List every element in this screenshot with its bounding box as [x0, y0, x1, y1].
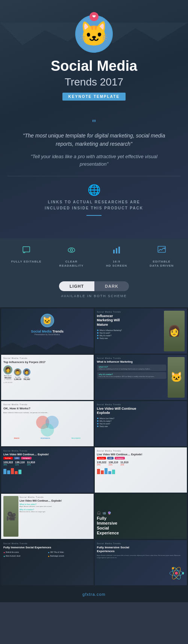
slide8-brand: Social Media Trends — [97, 450, 185, 452]
stat-6: 11,910 20% — [120, 461, 128, 466]
slide-thumb-7[interactable]: Social Media Trends Live Video Will Cont… — [1, 447, 94, 493]
slide1-title: Social Media Trends — [3, 330, 91, 333]
feature-readability: CLEARREADABILITY — [49, 246, 94, 268]
slide4-brand: Social Media Trends — [97, 357, 167, 359]
what-box-2: why it's matter? First of all, Gen Z are… — [97, 372, 167, 379]
svg-point-14 — [172, 567, 174, 569]
slide9-content: Social Media Trends Live Video Will Cont… — [20, 496, 91, 537]
venn-diagram: ✓ — [34, 416, 61, 436]
slide6-check-2: Why it's matter? — [97, 420, 185, 422]
slide6-check-3: How it's work? — [97, 423, 185, 425]
slide10-title: FullyImmersiveSocialExperience — [97, 516, 185, 536]
slide-thumb-3[interactable]: Social Media Trends Top Influencers by F… — [1, 355, 94, 400]
cat-icon: 🐱 — [79, 20, 109, 48]
features-row: FULLY EDITABLE CLEARREADABILITY 16:9HD S… — [0, 238, 188, 275]
slide11-title: Fully Immersive Social Experiences — [3, 546, 91, 549]
light-scheme-button[interactable]: LIGHT — [59, 281, 94, 291]
watermark-text: gfxtra.com — [82, 592, 105, 597]
slide-thumb-2[interactable]: Social Media Trends InfluencerMarketing … — [95, 308, 187, 354]
slide7-tags: YouTube LIVE Instagram — [3, 457, 91, 459]
slide9-what-label: What is live video? — [20, 503, 91, 505]
feature-datadriven: EDITABLEDATA DRIVEN — [139, 246, 184, 268]
slide-thumb-12[interactable]: Social Media Trends Fully Immersive Soci… — [95, 540, 187, 585]
venn-labels: REACH RESONANCE RELEVANCE — [3, 437, 91, 439]
slide12-title: Fully Immersive SocialExperiences — [97, 546, 185, 554]
divider-line — [86, 215, 102, 216]
slide-thumb-8[interactable]: Social Media Trends Live Video Will Cont… — [95, 447, 187, 493]
feature-readability-label: CLEARREADABILITY — [49, 259, 94, 268]
slide12-text: Augue. Aenean sollicitudin. Lorem ipsum … — [97, 555, 185, 559]
globe-text: LINKS TO ACTUAL RESEARCHES AREINCLUDED I… — [15, 199, 173, 211]
hero-subtitle: Trends 2017 — [8, 76, 180, 88]
slide7-title: Live Video Will Continue.... Explode! — [3, 453, 91, 456]
slide8-title: Live Video Will Continue.... Explode! — [97, 453, 185, 456]
slide3-influencers: 👩 Michelle H. 854,922 ▲ Followers 👨 Iris… — [3, 365, 91, 380]
bar-icon — [94, 246, 139, 256]
item-behind-scene: ●Behind the scene — [3, 551, 47, 554]
dark-scheme-button[interactable]: DARK — [94, 281, 129, 291]
slide11-brand: Social Media Trends — [3, 542, 91, 545]
slides-grid: 🐱 Social Media Trends Presentation by So… — [0, 307, 188, 586]
svg-rect-4 — [113, 250, 115, 253]
slide7-chart — [3, 467, 91, 474]
check-item-4: Study case — [97, 337, 163, 339]
svg-rect-6 — [118, 247, 120, 253]
slide12-icon — [169, 566, 184, 582]
check-item-1: What is Influencer Marketing? — [97, 330, 163, 331]
slide9-what-text: Augue. Aenean sollicitudin. Lorem ipsum … — [20, 506, 91, 507]
slide-thumb-5[interactable]: Social Media Trends OK, How it Works? Au… — [1, 401, 94, 446]
slide6-checklist: What is Live Video? Why it's matter? How… — [97, 418, 185, 427]
slide6-check-4: Study case — [97, 426, 185, 427]
slide1-cat: 🐱 — [41, 314, 54, 327]
check-item-2: How it's work? — [97, 332, 163, 334]
slide4-title: What Is Influencer Marketing — [97, 360, 167, 363]
scheme-section: LIGHT DARK AVAILABLE IN BOTH SCHEME — [0, 276, 188, 307]
scheme-label: AVAILABLE IN BOTH SCHEME — [8, 294, 180, 298]
slide5-title: OK, How it Works? — [3, 407, 91, 410]
stat-1: 133,322 34% — [3, 461, 13, 466]
hero-badge: KEYNOTE TEMPLATE — [62, 93, 126, 101]
slide10-icons: 🎧 📹 🔮 — [97, 511, 185, 515]
slide2-photo: 👩 — [164, 311, 185, 351]
slide-thumb-4[interactable]: Social Media Trends What Is Influencer M… — [95, 355, 187, 400]
globe-icon: 🌐 — [15, 184, 173, 196]
watermark: gfxtra.com — [0, 586, 188, 602]
quote-text-1: "The most unique template for digital ma… — [19, 131, 169, 148]
hero-section: ❤ 🐱 Social Media Trends 2017 KEYNOTE TEM… — [0, 0, 188, 238]
slide9-why-text: Maecenas nisl est, ultrices nec congue e… — [20, 511, 91, 513]
slide9-brand: Social Media Trends — [20, 496, 91, 498]
slide-thumb-9[interactable]: 🎥 Social Media Trends Live Video Will Co… — [1, 494, 94, 539]
avatar-container: ❤ 🐱 — [75, 15, 113, 53]
stat-5: 130,110 21% — [109, 461, 118, 466]
stat-4: 133,322 34% — [97, 461, 106, 466]
slide9-photo: 🎥 — [3, 496, 18, 537]
hero-title: Social Media — [8, 58, 180, 74]
slide-thumb-11[interactable]: Social Media Trends Fully Immersive Soci… — [1, 540, 94, 585]
slide2-title: InfluencerMarketing WillMature — [97, 314, 163, 327]
check-item-3: Why it's matter? — [97, 335, 163, 337]
slide-thumb-10[interactable]: 🎧 📹 🔮 FullyImmersiveSocialExperience — [95, 494, 187, 539]
quote-section: " "The most unique template for digital … — [8, 110, 180, 176]
slide7-brand: Social Media Trends — [3, 450, 91, 452]
slide4-left: Social Media Trends What Is Influencer M… — [97, 357, 167, 398]
slide11-items: ●Behind the scene ●360° Plus & Video ●Mo… — [3, 551, 91, 557]
slide6-title: Live Video Will ContinueExplode — [97, 407, 185, 415]
feature-editable: FULLY EDITABLE — [4, 246, 49, 268]
slide1-sub: Presentation by Social Medica — [3, 333, 91, 336]
slide-thumb-1[interactable]: 🐱 Social Media Trends Presentation by So… — [1, 308, 94, 354]
item-backstage: ●Backstage concert — [48, 555, 91, 557]
slide8-tags: YouTube LIVE Instagram — [97, 457, 185, 459]
slide6-brand: Social Media Trends — [97, 403, 185, 406]
slide4-cat: 🐱 — [168, 357, 185, 398]
scheme-buttons: LIGHT DARK — [8, 281, 180, 291]
influencer-1: 👩 Michelle H. 854,922 ▲ Followers — [3, 365, 12, 380]
svg-rect-7 — [158, 246, 165, 252]
feature-datadriven-label: EDITABLEDATA DRIVEN — [139, 259, 184, 268]
slide8-chart — [97, 467, 185, 474]
item-360: ●360° Plus & Video — [48, 551, 91, 554]
svg-rect-0 — [23, 247, 30, 252]
slide7-stats: 133,322 34% 130,110 21% 11,910 20% — [3, 461, 91, 466]
slide-thumb-6[interactable]: Social Media Trends Live Video Will Cont… — [95, 401, 187, 446]
feature-editable-label: FULLY EDITABLE — [4, 259, 49, 264]
what-box-1: what it is? Influencer marketing is a fo… — [97, 365, 167, 371]
